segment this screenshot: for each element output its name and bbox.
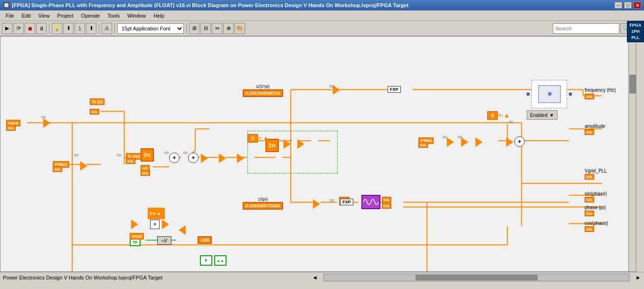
enabled-area: ▣ Enabled ▼ <box>527 80 572 108</box>
wire-label8: 00 <box>443 135 447 139</box>
toolbar-sep4 <box>186 23 187 34</box>
close-button[interactable]: ✕ <box>634 2 641 9</box>
tri5 <box>237 154 244 163</box>
wire-label9: 00 <box>458 135 462 139</box>
not-gate: ¬V <box>157 236 171 245</box>
search-input[interactable] <box>553 23 619 34</box>
fc-sgl: SGL <box>126 158 135 164</box>
wire-label6: 00 <box>330 84 334 88</box>
scrollbar-h-thumb[interactable] <box>416 275 538 280</box>
menu-view[interactable]: View <box>35 12 54 19</box>
menu-bar: File Edit View Project Operate Tools Win… <box>0 10 644 21</box>
scrollbar-right[interactable] <box>628 37 636 272</box>
vgrid-sgl: SGL <box>585 174 594 180</box>
menu-tools[interactable]: Tools <box>104 12 123 19</box>
toolbar-order[interactable]: ⊕ <box>223 23 234 34</box>
add1: + <box>169 153 180 163</box>
app-icon: 🔲 <box>3 2 10 9</box>
toolbar-run[interactable]: ▶ <box>2 23 12 34</box>
title-bar-controls[interactable]: ─ □ ✕ <box>615 2 641 9</box>
menu-operate[interactable]: Operate <box>77 12 104 19</box>
add3: + <box>514 136 525 147</box>
toolbar-run-cont[interactable]: ⟳ <box>13 23 24 34</box>
feedback-arrow2: ⇐▲ <box>498 111 510 119</box>
scrollbar-horizontal[interactable] <box>323 274 630 281</box>
toolbar-resize[interactable]: ⇔ <box>212 23 222 34</box>
fxp-top: FXP <box>388 86 401 93</box>
toolbar-abort[interactable]: ⏹ <box>25 23 35 34</box>
maximize-button[interactable]: □ <box>624 2 632 9</box>
sine-sgl1: SGL <box>382 197 391 202</box>
minimize-button[interactable]: ─ <box>615 2 622 9</box>
tri4 <box>219 154 226 163</box>
mul2b-sgl: SGL <box>418 142 428 148</box>
tri8 <box>333 85 340 95</box>
menu-edit[interactable]: Edit <box>18 12 35 19</box>
vgrid-label: Vgrid_PLL <box>585 168 607 173</box>
zero-const2: 0 <box>487 111 498 120</box>
toolbar-sep3 <box>114 23 115 34</box>
wire-label10: 00 <box>509 120 513 124</box>
toolbar-dist[interactable]: ⊟ <box>200 23 211 34</box>
wire-label7: 00 <box>330 198 334 202</box>
enabled-text: Enabled <box>530 113 548 118</box>
toolbar-align[interactable]: ⊞ <box>189 23 199 34</box>
fb2: ▲▲ <box>214 255 227 266</box>
tri12 <box>506 137 513 147</box>
menu-help[interactable]: Help <box>150 12 168 19</box>
freq-sgl: SGL <box>585 94 594 99</box>
mul2-tri <box>80 161 87 171</box>
const-label1: 1/(2*pi) 0.1591549366713 <box>243 84 283 97</box>
window-title: [FPGA] Single-Phase PLL with Frequency a… <box>12 2 408 8</box>
enabled-block[interactable]: Enabled ▼ <box>527 110 558 120</box>
reg1: 0 ⇐ ▲ <box>148 208 165 219</box>
tri3 <box>201 154 208 163</box>
const-label2: 1/(pi) 0.3183098733425 <box>243 197 283 210</box>
cos-label: cos(phase) <box>585 221 608 226</box>
neg-tri <box>179 225 186 235</box>
sine-block <box>361 195 380 209</box>
toolbar-highlight[interactable]: 💡 <box>52 23 62 34</box>
wire-label2: 00 <box>74 153 78 157</box>
blue-dot-left <box>527 93 530 96</box>
font-selector[interactable]: 15pt Application Font <box>117 23 184 34</box>
scroll-end: ► <box>635 274 641 281</box>
phase-sgl: SGL <box>585 211 594 216</box>
buffer1 <box>43 118 50 128</box>
blue-dot-right <box>569 93 572 96</box>
toolbar-step-over[interactable]: ⤵ <box>75 23 85 34</box>
svg-text:▣: ▣ <box>547 91 551 96</box>
toolbar-pause[interactable]: ⏸ <box>36 23 47 34</box>
wire-label3: 00 <box>117 153 121 157</box>
scrollbar-thumb[interactable] <box>629 75 636 94</box>
toolbar-sep2 <box>99 23 99 34</box>
menu-window[interactable]: Window <box>123 12 150 19</box>
toolbar-step-into[interactable]: ⬇ <box>63 23 74 34</box>
amp-sgl: SGL <box>585 129 594 135</box>
ts-label: Ts (s) <box>90 98 104 105</box>
wire-label1: 00 <box>41 115 46 119</box>
fxp-mid: FXP <box>340 199 353 205</box>
cos-sgl: SGL <box>585 226 594 232</box>
toolbar: ▶ ⟳ ⏹ ⏸ 💡 ⬇ ⤵ ⬆ ⚠ 15pt Application Font … <box>0 21 644 36</box>
add2: + <box>188 153 199 163</box>
fb1: F <box>200 255 212 266</box>
ts-sgl: SGL <box>90 109 99 115</box>
title-bar-left: 🔲 [FPGA] Single-Phase PLL with Frequency… <box>3 2 408 9</box>
status-bar: Power Electronics Design V Hands On Work… <box>0 272 644 282</box>
tri7 <box>297 139 304 149</box>
menu-project[interactable]: Project <box>53 12 77 19</box>
reset-label: reset <box>130 233 144 240</box>
freq-label: frequency (Hz) <box>585 87 616 93</box>
toolbar-warn[interactable]: ⚠ <box>102 23 112 34</box>
menu-file[interactable]: File <box>2 12 18 19</box>
diagram-canvas[interactable]: input SGL Ts (s) SGL 2*Mu2 SGL fc (Hz) S… <box>0 36 636 272</box>
tri-reset2 <box>162 220 169 229</box>
input-sgl: SGL <box>6 125 16 131</box>
amp-label: amplitude <box>585 124 605 129</box>
tf-block: TF <box>130 239 141 246</box>
tri9 <box>447 137 454 147</box>
toolbar-color[interactable]: 🎨 <box>235 23 245 34</box>
sin-label: sin(phase) <box>585 191 607 196</box>
toolbar-step-out[interactable]: ⬆ <box>86 23 96 34</box>
